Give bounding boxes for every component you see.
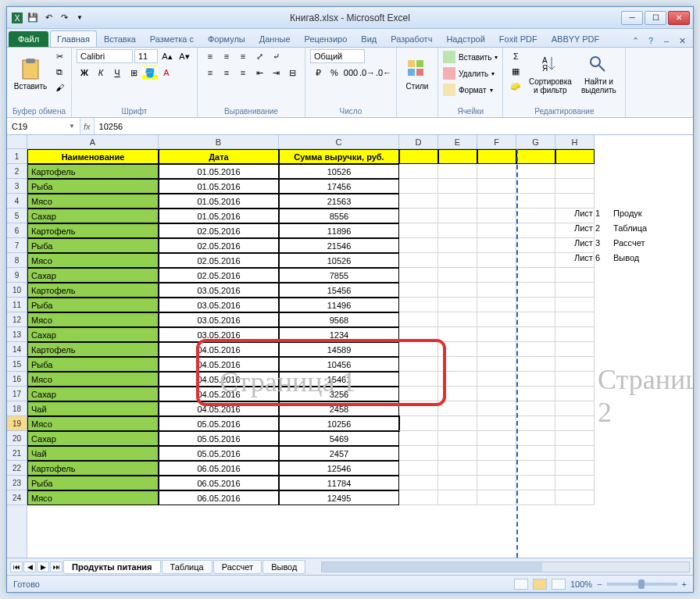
empty-cell[interactable]: [477, 431, 516, 446]
cell-date[interactable]: 03.05.2016: [159, 283, 279, 298]
maximize-button[interactable]: ☐: [645, 11, 666, 25]
delete-cells-button[interactable]: Удалить▾: [443, 66, 498, 81]
empty-cell[interactable]: [555, 490, 595, 505]
row-header[interactable]: 1: [7, 149, 27, 164]
help-icon[interactable]: ?: [645, 34, 657, 47]
cell-name[interactable]: Сахар: [27, 387, 159, 401]
cell-sum[interactable]: 2458: [279, 401, 399, 416]
empty-cell[interactable]: [438, 268, 477, 283]
empty-cell[interactable]: [477, 461, 516, 476]
align-bottom-icon[interactable]: ≡: [235, 49, 251, 63]
cell-name[interactable]: Рыба: [27, 357, 159, 372]
zoom-out-button[interactable]: −: [597, 579, 602, 589]
cell-date[interactable]: 05.05.2016: [159, 446, 279, 461]
minimize-ribbon-icon[interactable]: ⌃: [629, 34, 641, 47]
empty-cell[interactable]: [399, 149, 438, 164]
cell-name[interactable]: Мясо: [27, 416, 159, 431]
cell-date[interactable]: 02.05.2016: [159, 253, 279, 268]
cell-name[interactable]: Мясо: [27, 312, 159, 327]
empty-cell[interactable]: [477, 357, 516, 372]
tab-home[interactable]: Главная: [50, 30, 97, 47]
cell-date[interactable]: 04.05.2016: [159, 387, 279, 401]
empty-cell[interactable]: [399, 476, 438, 490]
empty-cell[interactable]: [477, 312, 516, 327]
empty-cell[interactable]: [438, 476, 477, 490]
cell-sum[interactable]: 10526: [279, 164, 399, 179]
cell-name[interactable]: Мясо: [27, 490, 159, 505]
wrap-text-icon[interactable]: ⤶: [268, 49, 284, 63]
indent-dec-icon[interactable]: ⇤: [252, 66, 267, 80]
format-cells-button[interactable]: Формат▾: [443, 82, 498, 98]
align-top-icon[interactable]: ≡: [202, 49, 218, 63]
cell-date[interactable]: 04.05.2016: [159, 342, 279, 357]
empty-cell[interactable]: [477, 401, 516, 416]
tab-layout[interactable]: Разметка с: [143, 30, 201, 47]
cell-sum[interactable]: 11896: [279, 223, 399, 238]
tab-formulas[interactable]: Формулы: [201, 30, 252, 47]
empty-cell[interactable]: [516, 149, 555, 164]
empty-cell[interactable]: [399, 446, 438, 461]
sheet-tab-1[interactable]: Таблица: [162, 560, 212, 574]
empty-cell[interactable]: [399, 401, 438, 416]
empty-cell[interactable]: [399, 357, 438, 372]
empty-cell[interactable]: [555, 401, 595, 416]
row-header[interactable]: 21: [7, 446, 27, 461]
empty-cell[interactable]: [438, 298, 477, 312]
empty-cell[interactable]: [399, 238, 438, 253]
copy-icon[interactable]: ⧉: [52, 65, 66, 79]
doc-close-icon[interactable]: ✕: [676, 34, 688, 47]
cell-date[interactable]: 02.05.2016: [159, 223, 279, 238]
empty-cell[interactable]: [399, 283, 438, 298]
empty-cell[interactable]: [477, 209, 516, 223]
cell-sum[interactable]: 2457: [279, 446, 399, 461]
cell-sum[interactable]: 12546: [279, 461, 399, 476]
underline-button[interactable]: Ч: [109, 66, 125, 80]
empty-cell[interactable]: [438, 431, 477, 446]
tab-foxit[interactable]: Foxit PDF: [492, 30, 545, 47]
first-sheet-button[interactable]: ⏮: [10, 562, 23, 572]
undo-icon[interactable]: ↶: [41, 11, 55, 25]
empty-cell[interactable]: [516, 164, 555, 179]
empty-cell[interactable]: [477, 253, 516, 268]
empty-cell[interactable]: [399, 164, 438, 179]
cell-sum[interactable]: 10256: [279, 416, 399, 431]
row-header[interactable]: 11: [7, 298, 27, 312]
empty-cell[interactable]: [399, 253, 438, 268]
tab-addins[interactable]: Надстрой: [439, 30, 491, 47]
empty-cell[interactable]: [438, 312, 477, 327]
empty-cell[interactable]: [477, 238, 516, 253]
empty-cell[interactable]: [477, 372, 516, 387]
empty-cell[interactable]: [438, 327, 477, 342]
shrink-font-icon[interactable]: A▾: [177, 49, 192, 63]
cell-date[interactable]: 06.05.2016: [159, 476, 279, 490]
row-header[interactable]: 22: [7, 461, 27, 476]
col-header-c[interactable]: C: [279, 135, 399, 148]
header-cell[interactable]: Сумма выручки, руб.: [279, 149, 399, 164]
empty-cell[interactable]: [516, 446, 555, 461]
empty-cell[interactable]: [477, 283, 516, 298]
row-header[interactable]: 8: [7, 253, 27, 268]
cell-name[interactable]: Мясо: [27, 372, 159, 387]
empty-cell[interactable]: [555, 268, 595, 283]
cell-name[interactable]: Картофель: [27, 342, 159, 357]
empty-cell[interactable]: [555, 298, 595, 312]
fill-icon[interactable]: ▦: [508, 64, 523, 78]
cell-name[interactable]: Чай: [27, 446, 159, 461]
empty-cell[interactable]: [399, 416, 438, 431]
align-center-icon[interactable]: ≡: [219, 66, 234, 80]
cell-name[interactable]: Картофель: [27, 283, 159, 298]
font-size-combo[interactable]: 11: [134, 49, 158, 63]
cell-date[interactable]: 02.05.2016: [159, 268, 279, 283]
row-header[interactable]: 24: [7, 490, 27, 505]
cell-date[interactable]: 01.05.2016: [159, 194, 279, 209]
cut-icon[interactable]: ✂: [52, 49, 66, 63]
empty-cell[interactable]: [399, 268, 438, 283]
cell-sum[interactable]: 3256: [279, 387, 399, 401]
cell-date[interactable]: 05.05.2016: [159, 416, 279, 431]
empty-cell[interactable]: [516, 283, 555, 298]
cell-name[interactable]: Мясо: [27, 194, 159, 209]
last-sheet-button[interactable]: ⏭: [50, 562, 62, 572]
formula-input[interactable]: 10256: [94, 118, 693, 134]
empty-cell[interactable]: [399, 298, 438, 312]
cell-sum[interactable]: 10456: [279, 357, 399, 372]
